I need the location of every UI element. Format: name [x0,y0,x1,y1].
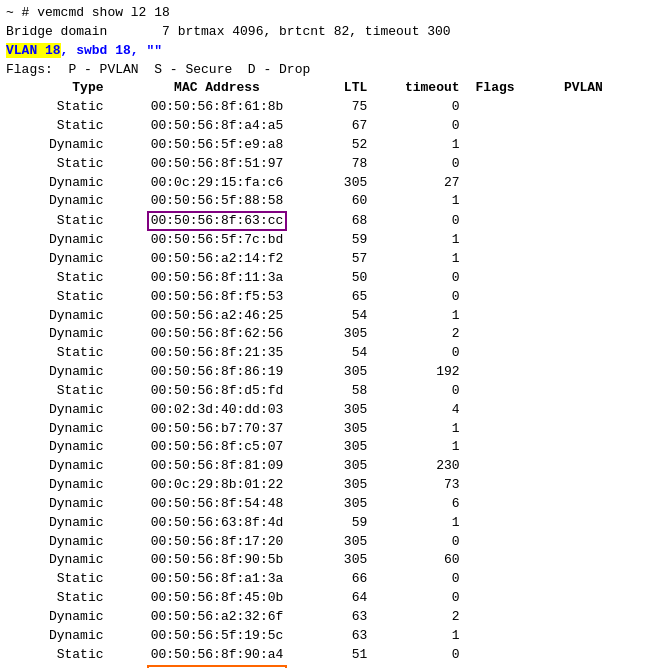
cell-timeout: 1 [375,192,467,211]
cell-mac: 00:50:56:5f:19:5c [112,627,323,646]
cell-flags [468,211,560,231]
cell-mac: 00:50:56:8f:a4:a5 [112,117,323,136]
table-row: Static00:50:56:8f:21:35540 [6,344,639,363]
cell-ltl: 68 [323,211,376,231]
table-row: Dynamic00:50:56:8f:90:5b30560 [6,551,639,570]
table-row: Dynamic00:02:3d:40:dd:033054 [6,401,639,420]
cell-mac: 00:50:56:a2:14:f2 [112,250,323,269]
cell-timeout: 0 [375,98,467,117]
table-row: Static00:50:56:8f:90:a4510 [6,646,639,665]
cell-mac: 00:50:56:8f:81:09 [112,457,323,476]
cell-pvlan [560,476,639,495]
cell-mac: 00:50:56:5f:e9:a8 [112,136,323,155]
cell-timeout: 27 [375,174,467,193]
cell-timeout: 0 [375,155,467,174]
cell-pvlan [560,495,639,514]
prompt-line: ~ # vemcmd show l2 18 [6,4,639,23]
cell-pvlan [560,608,639,627]
cell-mac: 00:50:56:b7:70:37 [112,420,323,439]
cell-ltl: 78 [323,155,376,174]
header-ltl: LTL [323,79,376,98]
cell-ltl: 305 [323,438,376,457]
cell-ltl: 59 [323,514,376,533]
cell-timeout: 0 [375,117,467,136]
cell-timeout: 1 [375,250,467,269]
cell-timeout: 192 [375,363,467,382]
cell-type: Dynamic [6,495,112,514]
cell-timeout: 60 [375,551,467,570]
cell-mac: 00:50:56:5f:7c:bd [112,231,323,250]
table-row: Dynamic00:50:56:5f:e9:a8521 [6,136,639,155]
cell-timeout: 1 [375,307,467,326]
cell-timeout: 1 [375,420,467,439]
table-row: Dynamic00:50:56:a2:32:6f632 [6,608,639,627]
cell-type: Static [6,269,112,288]
cell-type: Dynamic [6,457,112,476]
table-header: Type MAC Address LTL timeout Flags PVLAN [6,79,639,98]
cell-mac: 00:50:56:5f:88:58 [112,192,323,211]
cell-ltl: 65 [323,288,376,307]
cell-flags [468,98,560,117]
cell-mac: 00:50:56:67:8e:b9 [112,665,323,668]
cell-timeout: 230 [375,457,467,476]
cell-pvlan [560,665,639,668]
cell-ltl: 64 [323,589,376,608]
cell-flags [468,570,560,589]
cell-flags [468,646,560,665]
cell-timeout: 0 [375,665,467,668]
cell-mac: 00:50:56:8f:17:20 [112,533,323,552]
cell-type: Dynamic [6,533,112,552]
cell-pvlan [560,117,639,136]
cell-pvlan [560,589,639,608]
table-row: Dynamic00:50:56:5f:7c:bd591 [6,231,639,250]
cell-flags [468,476,560,495]
cell-ltl: 54 [323,344,376,363]
cell-ltl: 59 [323,231,376,250]
cell-timeout: 0 [375,382,467,401]
cell-ltl: 305 [323,495,376,514]
cell-ltl: 66 [323,570,376,589]
cell-type: Static [6,382,112,401]
cell-type: Dynamic [6,420,112,439]
mac-highlight-orange: 00:50:56:67:8e:b9 [147,665,288,668]
cell-mac: 00:50:56:8f:51:97 [112,155,323,174]
cell-mac: 00:0c:29:15:fa:c6 [112,174,323,193]
cell-flags [468,117,560,136]
cell-pvlan [560,269,639,288]
cell-flags [468,382,560,401]
table-body: Static00:50:56:8f:61:8b750Static00:50:56… [6,98,639,668]
cell-mac: 00:50:56:8f:f5:53 [112,288,323,307]
cell-pvlan [560,420,639,439]
cell-type: Static [6,288,112,307]
cell-type: Static [6,117,112,136]
table-row: Static00:50:56:8f:63:cc680 [6,211,639,231]
vlan-line: VLAN 18, swbd 18, "" [6,42,639,61]
table-row: Static00:50:56:8f:51:97780 [6,155,639,174]
cell-timeout: 1 [375,438,467,457]
cell-mac: 00:50:56:8f:62:56 [112,325,323,344]
cell-flags [468,136,560,155]
header-timeout: timeout [375,79,467,98]
cell-pvlan [560,344,639,363]
cell-ltl: 54 [323,307,376,326]
cell-type: Dynamic [6,192,112,211]
cell-flags [468,401,560,420]
cell-pvlan [560,98,639,117]
cell-pvlan [560,325,639,344]
cell-ltl: 63 [323,627,376,646]
cell-pvlan [560,457,639,476]
cell-flags [468,307,560,326]
cell-flags [468,608,560,627]
cell-flags [468,325,560,344]
cell-timeout: 0 [375,589,467,608]
cell-type: Dynamic [6,627,112,646]
header-flags: Flags [468,79,560,98]
cell-pvlan [560,307,639,326]
header-pvlan: PVLAN [560,79,639,98]
cell-flags [468,250,560,269]
cell-pvlan [560,551,639,570]
table-row: Dynamic00:50:56:8f:c5:073051 [6,438,639,457]
table-row: Dynamic00:0c:29:15:fa:c630527 [6,174,639,193]
cell-timeout: 6 [375,495,467,514]
table-row: Static00:50:56:8f:f5:53650 [6,288,639,307]
